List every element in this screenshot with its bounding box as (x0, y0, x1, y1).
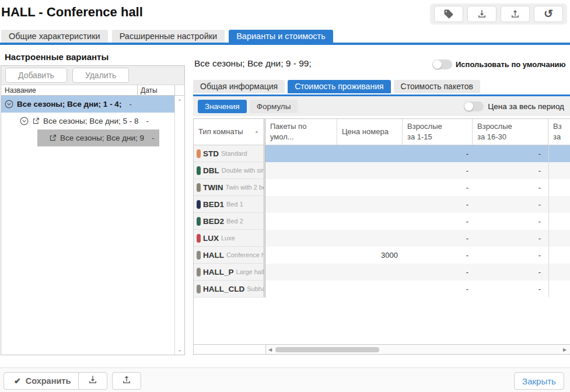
adults-16-30-cell[interactable]: - (473, 162, 548, 179)
package-cell[interactable] (265, 213, 337, 230)
footer-upload-button[interactable] (112, 372, 141, 390)
column-name[interactable]: Название (1, 86, 137, 94)
adults-1-15-cell[interactable]: - (403, 179, 473, 196)
adults-31-cell[interactable] (548, 196, 570, 213)
history-button[interactable]: ↺ (534, 6, 563, 22)
horizontal-scrollbar[interactable]: ◀ ▶ (266, 344, 570, 354)
values-button[interactable]: Значения (198, 100, 247, 113)
price-cell[interactable] (337, 230, 403, 247)
price-cell[interactable] (337, 145, 403, 162)
table-row-bed2[interactable]: BED2 Bed 2 - - (194, 213, 570, 230)
variant-row-1-4[interactable]: Все сезоны; Все дни; 1 - 4; - (1, 96, 174, 113)
column-dates[interactable]: Даты (137, 85, 174, 95)
adults-1-15-cell[interactable]: - (403, 264, 473, 281)
tab-accommodation-cost[interactable]: Стоимость проживания (288, 80, 390, 93)
column-room-type-label: Тип комнаты (198, 127, 243, 137)
table-row-bed1[interactable]: BED1 Bed 1 - - (194, 196, 570, 213)
adults-1-15-cell[interactable]: - (403, 213, 473, 230)
formulas-button[interactable]: Формулы (250, 100, 298, 113)
close-button[interactable]: Закрыть (514, 372, 564, 390)
adults-16-30-cell[interactable]: - (473, 264, 548, 281)
scroll-up-icon[interactable]: ▲ (178, 97, 182, 102)
expand-circle-icon[interactable] (20, 117, 29, 125)
adults-1-15-cell[interactable]: - (403, 281, 473, 298)
package-cell[interactable] (265, 230, 337, 247)
adults-16-30-cell[interactable]: - (473, 196, 548, 213)
price-cell[interactable] (337, 281, 403, 298)
column-room-price[interactable]: Цена номера (337, 119, 403, 145)
adults-16-30-cell[interactable]: - (473, 230, 548, 247)
adults-16-30-cell[interactable]: - (473, 179, 548, 196)
column-adults-16-30[interactable]: Взрослые за 16-30 (473, 119, 548, 145)
adults-1-15-cell[interactable]: - (403, 196, 473, 213)
tab-package-cost[interactable]: Стоимость пакетов (394, 80, 480, 93)
price-cell[interactable]: 3000 (337, 247, 403, 264)
tab-variants-and-cost[interactable]: Варианты и стоимость (229, 30, 333, 43)
add-variant-button[interactable]: Добавить (5, 68, 67, 83)
table-row-std[interactable]: STD Standard - - (194, 145, 570, 162)
price-whole-period-toggle[interactable] (464, 102, 484, 111)
tag-button[interactable] (434, 6, 463, 22)
variants-scrollbar[interactable]: ▲ ▼ (174, 96, 184, 355)
open-variant-icon[interactable] (49, 134, 57, 142)
adults-16-30-cell[interactable]: - (473, 281, 548, 298)
package-cell[interactable] (265, 145, 337, 162)
price-cell[interactable] (337, 213, 403, 230)
package-cell[interactable] (265, 247, 337, 264)
download-button[interactable] (467, 6, 496, 22)
adults-1-15-cell[interactable]: - (403, 247, 473, 264)
column-adults-31[interactable]: Вз за (548, 119, 570, 145)
table-row-lux[interactable]: LUX Luxe - - (194, 230, 570, 247)
tab-general-info[interactable]: Общая информация (193, 80, 285, 93)
column-adults-1-15[interactable]: Взрослые за 1-15 (403, 119, 473, 145)
table-row-twin[interactable]: TWIN Twin with 2 bec - - (194, 179, 570, 196)
use-by-default-toggle[interactable] (432, 60, 452, 69)
package-cell[interactable] (265, 264, 337, 281)
adults-31-cell[interactable] (548, 230, 570, 247)
footer-bar: ✔ Сохранить Закрыть (0, 368, 570, 392)
package-cell[interactable] (265, 281, 337, 298)
price-cell[interactable] (337, 264, 403, 281)
open-variant-icon[interactable] (32, 117, 40, 125)
scroll-down-icon[interactable]: ▼ (178, 349, 182, 353)
adults-31-cell[interactable] (548, 145, 570, 162)
tab-advanced-settings[interactable]: Расширенные настройки (112, 30, 225, 43)
save-button[interactable]: ✔ Сохранить (4, 372, 81, 390)
upload-button[interactable] (501, 6, 530, 22)
adults-16-30-cell[interactable]: - (473, 145, 548, 162)
adults-1-15-cell[interactable]: - (403, 230, 473, 247)
variant-row-5-8[interactable]: Все сезоны; Все дни; 5 - 8 - (1, 113, 174, 130)
scrollbar-thumb[interactable] (275, 347, 379, 352)
table-row-hall-p[interactable]: HALL_P Large hall - - (194, 264, 570, 281)
table-row-hall[interactable]: HALL Conference hall 3000 - - (194, 247, 570, 264)
adults-31-cell[interactable] (548, 179, 570, 196)
adults-31-cell[interactable] (548, 281, 570, 298)
tab-general-characteristics[interactable]: Общие характеристики (1, 30, 108, 43)
variant-row-9[interactable]: Все сезоны; Все дни; 9 - (1, 130, 174, 146)
column-default-packages[interactable]: Пакеты по умол... (265, 119, 337, 145)
room-code: HALL (203, 251, 224, 260)
adults-16-30-cell[interactable]: - (473, 247, 548, 264)
adults-31-cell[interactable] (548, 247, 570, 264)
adults-1-15-cell[interactable]: - (403, 145, 473, 162)
column-room-type[interactable]: Тип комнаты ▲ (194, 119, 265, 145)
price-cell[interactable] (337, 162, 403, 179)
scroll-left-icon[interactable]: ◀ (266, 347, 274, 352)
price-cell[interactable] (337, 179, 403, 196)
table-row-dbl[interactable]: DBL Double with sing - - (194, 162, 570, 179)
upload-icon (510, 9, 520, 19)
expand-circle-icon[interactable] (5, 100, 13, 108)
footer-download-button[interactable] (78, 372, 107, 390)
package-cell[interactable] (265, 179, 337, 196)
scroll-right-icon[interactable]: ▶ (561, 347, 569, 352)
adults-16-30-cell[interactable]: - (473, 213, 548, 230)
package-cell[interactable] (265, 162, 337, 179)
adults-31-cell[interactable] (548, 162, 570, 179)
package-cell[interactable] (265, 196, 337, 213)
adults-31-cell[interactable] (548, 213, 570, 230)
table-row-hall-cld[interactable]: HALL_CLD Subhalls - - (194, 281, 570, 298)
price-cell[interactable] (337, 196, 403, 213)
adults-31-cell[interactable] (548, 264, 570, 281)
adults-1-15-cell[interactable]: - (403, 162, 473, 179)
delete-variant-button[interactable]: Удалить (72, 68, 129, 83)
